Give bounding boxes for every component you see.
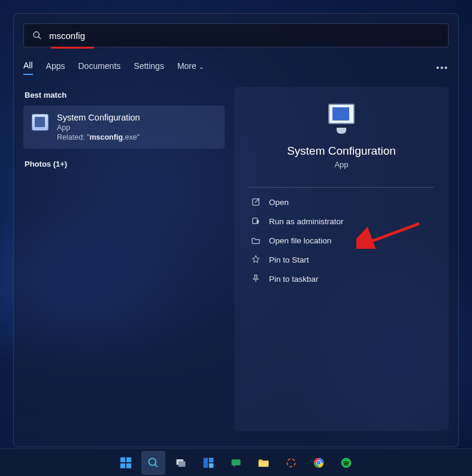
- search-bar[interactable]: [23, 23, 449, 47]
- best-match-label: Best match: [25, 91, 225, 100]
- taskbar-app-chat[interactable]: [224, 451, 248, 475]
- start-search-panel: All Apps Documents Settings More⌄ ••• Be…: [13, 13, 459, 447]
- svg-rect-14: [209, 457, 214, 462]
- pin-icon: [251, 255, 261, 264]
- preview-title: System Configuration: [287, 144, 396, 158]
- photos-section-label[interactable]: Photos (1+): [25, 159, 225, 168]
- msconfig-icon: [32, 114, 49, 131]
- preview-type: App: [334, 160, 348, 169]
- action-run-as-admin[interactable]: Run as administrator: [249, 212, 434, 231]
- svg-rect-17: [259, 461, 269, 466]
- result-related: Related: "msconfig.exe": [57, 133, 140, 141]
- svg-point-25: [341, 457, 352, 468]
- action-label: Pin to taskbar: [269, 275, 319, 284]
- action-label: Open: [269, 198, 289, 207]
- circle-arrows-icon: [285, 457, 297, 469]
- svg-point-18: [287, 459, 295, 466]
- search-icon: [32, 31, 42, 40]
- start-button[interactable]: [114, 451, 138, 475]
- task-view-icon: [175, 457, 187, 469]
- tab-all[interactable]: All: [23, 61, 33, 75]
- svg-point-9: [149, 458, 156, 465]
- action-label: Run as administrator: [269, 217, 344, 226]
- preview-pane: System Configuration App Open Run as adm…: [234, 87, 449, 431]
- svg-line-10: [155, 464, 158, 466]
- widgets-icon: [202, 457, 214, 469]
- divider: [249, 187, 434, 188]
- chevron-down-icon: ⌄: [199, 64, 204, 70]
- overflow-menu-icon[interactable]: •••: [436, 63, 449, 73]
- shield-icon: [251, 216, 261, 226]
- results-column: Best match System Configuration App Rela…: [23, 87, 225, 431]
- tab-more-label: More: [177, 61, 196, 71]
- taskbar-app-spotify[interactable]: [334, 451, 358, 475]
- svg-rect-12: [178, 461, 186, 466]
- search-input[interactable]: [49, 31, 440, 41]
- search-icon: [147, 457, 159, 469]
- windows-icon: [119, 456, 132, 469]
- svg-point-24: [317, 460, 321, 465]
- taskbar-app-chrome[interactable]: [307, 451, 331, 475]
- taskbar-search[interactable]: [141, 451, 165, 475]
- svg-rect-7: [120, 463, 125, 468]
- file-explorer[interactable]: [252, 451, 276, 475]
- svg-rect-8: [126, 463, 131, 468]
- open-icon: [251, 197, 261, 207]
- svg-rect-5: [120, 457, 125, 462]
- result-type: App: [57, 123, 140, 132]
- msconfig-large-icon: [323, 104, 359, 134]
- svg-rect-13: [204, 457, 208, 468]
- svg-rect-6: [126, 457, 131, 462]
- filter-tabs: All Apps Documents Settings More⌄ •••: [14, 47, 458, 80]
- action-label: Open file location: [269, 236, 331, 245]
- tab-more[interactable]: More⌄: [177, 61, 204, 74]
- chat-icon: [230, 457, 242, 469]
- result-title: System Configuration: [57, 113, 140, 122]
- widgets-button[interactable]: [196, 451, 220, 475]
- tab-settings[interactable]: Settings: [134, 61, 164, 74]
- chrome-icon: [313, 457, 325, 469]
- svg-point-0: [34, 32, 39, 37]
- tab-documents[interactable]: Documents: [78, 61, 120, 74]
- pin-icon: [251, 274, 261, 284]
- action-label: Pin to Start: [269, 255, 309, 264]
- svg-rect-16: [232, 459, 241, 465]
- result-system-configuration[interactable]: System Configuration App Related: "mscon…: [23, 106, 225, 149]
- action-open[interactable]: Open: [249, 192, 434, 212]
- task-view[interactable]: [169, 451, 193, 475]
- action-list: Open Run as administrator Open file loca…: [249, 192, 434, 288]
- svg-rect-15: [209, 463, 214, 468]
- spotify-icon: [340, 457, 352, 469]
- action-pin-to-taskbar[interactable]: Pin to taskbar: [249, 269, 434, 288]
- action-open-file-location[interactable]: Open file location: [249, 231, 434, 250]
- folder-icon: [251, 236, 261, 245]
- action-pin-to-start[interactable]: Pin to Start: [249, 250, 434, 269]
- tab-apps[interactable]: Apps: [46, 61, 65, 74]
- annotation-underline: [51, 47, 94, 49]
- taskbar-app-generic[interactable]: [279, 451, 303, 475]
- svg-line-1: [38, 37, 41, 39]
- taskbar: [0, 448, 472, 476]
- folder-icon: [257, 456, 270, 469]
